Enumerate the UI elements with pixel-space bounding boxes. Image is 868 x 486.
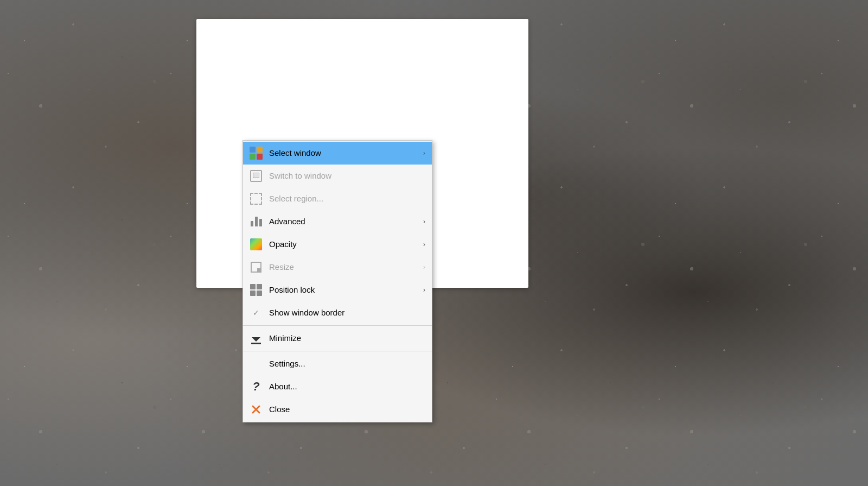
opacity-icon <box>247 236 265 253</box>
menu-item-select-window[interactable]: Select window › <box>243 142 432 165</box>
menu-label-select-region: Select region... <box>269 194 425 204</box>
menu-label-switch-to-window: Switch to window <box>269 171 425 181</box>
menu-item-about[interactable]: ? About... <box>243 375 432 398</box>
menu-item-settings[interactable]: Settings... <box>243 352 432 375</box>
menu-item-opacity[interactable]: Opacity › <box>243 233 432 256</box>
minimize-icon <box>247 330 265 347</box>
menu-item-resize[interactable]: Resize › <box>243 256 432 279</box>
menu-label-opacity: Opacity <box>269 239 421 249</box>
menu-label-resize: Resize <box>269 262 421 272</box>
menu-item-select-region[interactable]: Select region... <box>243 187 432 210</box>
menu-label-advanced: Advanced <box>269 217 421 226</box>
menu-item-position-lock[interactable]: Position lock › <box>243 279 432 301</box>
close-icon <box>247 401 265 418</box>
menu-label-minimize: Minimize <box>269 333 425 343</box>
menu-label-close: Close <box>269 405 425 414</box>
submenu-arrow-opacity: › <box>423 241 425 248</box>
submenu-arrow-advanced: › <box>423 218 425 225</box>
settings-icon-placeholder <box>247 355 265 373</box>
submenu-arrow-select-window: › <box>423 149 425 157</box>
menu-label-position-lock: Position lock <box>269 285 421 295</box>
select-window-icon <box>247 144 265 162</box>
advanced-icon <box>247 213 265 230</box>
menu-label-select-window: Select window <box>269 148 421 158</box>
menu-item-advanced[interactable]: Advanced › <box>243 210 432 233</box>
show-border-icon: ✓ <box>247 304 265 321</box>
menu-item-minimize[interactable]: Minimize <box>243 327 432 351</box>
resize-icon <box>247 258 265 276</box>
menu-item-switch-to-window[interactable]: Switch to window <box>243 165 432 187</box>
context-menu: Select window › Switch to window Select … <box>242 140 432 422</box>
menu-label-show-window-border: Show window border <box>269 308 425 318</box>
position-lock-icon <box>247 281 265 299</box>
menu-item-close[interactable]: Close <box>243 398 432 421</box>
menu-label-about: About... <box>269 382 425 392</box>
select-region-icon <box>247 190 265 207</box>
about-icon: ? <box>247 378 265 395</box>
menu-label-settings: Settings... <box>269 359 425 369</box>
menu-item-show-window-border[interactable]: ✓ Show window border <box>243 301 432 326</box>
submenu-arrow-resize: › <box>423 263 425 271</box>
switch-window-icon <box>247 167 265 185</box>
submenu-arrow-position-lock: › <box>423 286 425 294</box>
